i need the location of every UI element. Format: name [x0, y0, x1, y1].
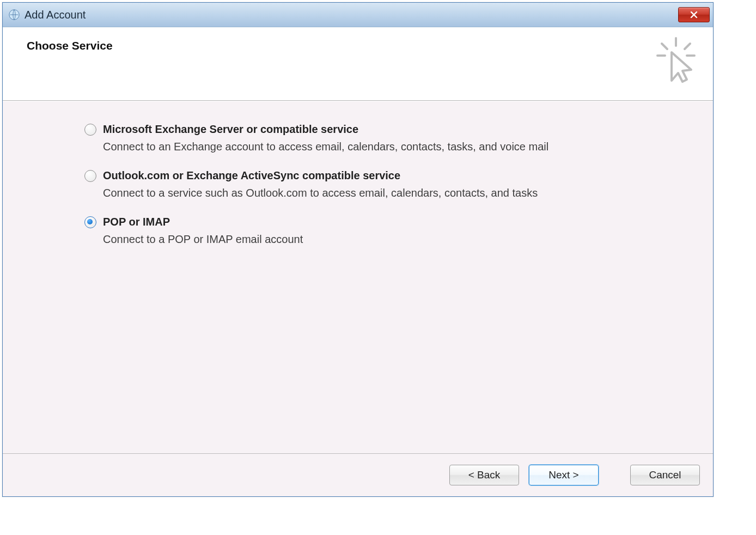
radio-activesync[interactable] [84, 170, 96, 182]
titlebar: Add Account [3, 3, 713, 27]
option-activesync-desc: Connect to a service such as Outlook.com… [103, 186, 538, 200]
option-activesync: Outlook.com or Exchange ActiveSync compa… [84, 168, 691, 200]
option-pop-imap: POP or IMAP Connect to a POP or IMAP ema… [84, 215, 691, 247]
option-exchange-desc: Connect to an Exchange account to access… [103, 139, 548, 154]
app-icon [8, 9, 20, 21]
option-pop-imap-texts: POP or IMAP Connect to a POP or IMAP ema… [103, 215, 303, 247]
close-button[interactable] [678, 7, 710, 22]
page-heading: Choose Service [27, 39, 654, 52]
wizard-header: Choose Service [3, 27, 713, 101]
svg-line-2 [662, 44, 667, 49]
option-activesync-texts: Outlook.com or Exchange ActiveSync compa… [103, 168, 538, 200]
option-exchange-texts: Microsoft Exchange Server or compatible … [103, 122, 548, 154]
cursor-click-icon [654, 36, 698, 85]
add-account-window: Add Account Choose Service [2, 2, 714, 497]
option-exchange: Microsoft Exchange Server or compatible … [84, 122, 691, 154]
cancel-button[interactable]: Cancel [630, 465, 700, 485]
option-pop-imap-title[interactable]: POP or IMAP [103, 215, 303, 229]
back-button[interactable]: < Back [449, 465, 519, 485]
service-options: Microsoft Exchange Server or compatible … [3, 101, 713, 453]
option-exchange-title[interactable]: Microsoft Exchange Server or compatible … [103, 122, 548, 136]
radio-exchange[interactable] [84, 124, 96, 136]
option-pop-imap-desc: Connect to a POP or IMAP email account [103, 232, 303, 247]
option-activesync-title[interactable]: Outlook.com or Exchange ActiveSync compa… [103, 168, 538, 183]
window-title: Add Account [25, 9, 678, 21]
next-button[interactable]: Next > [529, 465, 599, 485]
svg-line-3 [685, 44, 690, 49]
radio-pop-imap[interactable] [84, 216, 96, 228]
wizard-footer: < Back Next > Cancel [3, 453, 713, 496]
